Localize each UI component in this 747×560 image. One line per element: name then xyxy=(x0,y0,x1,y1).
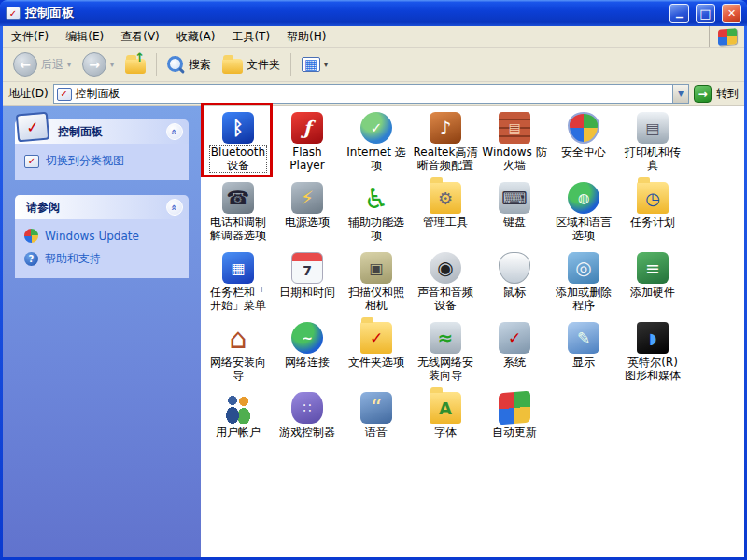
windows-firewall-icon xyxy=(499,112,530,144)
address-dropdown-button[interactable]: ▼ xyxy=(672,85,688,103)
forward-button[interactable]: → ▾ xyxy=(78,50,119,78)
menu-view[interactable]: 查看(V) xyxy=(112,26,168,47)
mouse-icon xyxy=(499,252,530,284)
printers-faxes-icon xyxy=(637,112,669,144)
panel-control-panel: 控制面板 « 切换到分类视图 xyxy=(15,119,189,180)
sounds-audio-icon xyxy=(430,252,461,284)
back-button[interactable]: ← 后退 ▾ xyxy=(8,50,76,78)
folders-button[interactable]: 文件夹 xyxy=(218,50,285,78)
up-folder-icon: ↑ xyxy=(125,59,146,74)
link-label: Windows Update xyxy=(45,230,139,243)
close-button[interactable] xyxy=(722,4,741,23)
control-panel-item[interactable]: 字体 xyxy=(411,390,480,460)
back-dropdown-icon[interactable]: ▾ xyxy=(67,61,71,69)
control-panel-item[interactable]: 网络连接 xyxy=(273,320,342,390)
windows-update-icon xyxy=(24,229,38,243)
toolbar-separator xyxy=(156,53,157,76)
menu-edit[interactable]: 编辑(E) xyxy=(57,26,112,47)
control-panel-item[interactable]: 管理工具 xyxy=(411,180,480,250)
wireless-network-wizard-icon xyxy=(430,322,461,354)
automatic-updates-icon xyxy=(499,391,530,426)
control-panel-item[interactable]: 日期和时间 xyxy=(273,250,342,320)
control-panel-item[interactable]: 电话和调制 解调器选项 xyxy=(204,180,273,250)
menu-favorites[interactable]: 收藏(A) xyxy=(168,26,224,47)
category-view-icon xyxy=(24,155,39,168)
control-panel-item[interactable]: 键盘 xyxy=(480,180,549,250)
folders-label: 文件夹 xyxy=(247,57,280,73)
control-panel-item[interactable]: 辅助功能选 项 xyxy=(342,180,411,250)
control-panel-item[interactable]: Realtek高清 晰音频配置 xyxy=(411,110,480,180)
control-panel-item[interactable]: 电源选项 xyxy=(273,180,342,250)
windows-logo-icon xyxy=(718,28,737,46)
control-panel-item[interactable]: 英特尔(R) 图形和媒体 xyxy=(618,320,687,390)
control-panel-item[interactable]: 系统 xyxy=(480,320,549,390)
title-bar[interactable]: 控制面板 xyxy=(0,0,747,26)
switch-to-category-view-link[interactable]: 切换到分类视图 xyxy=(24,153,183,169)
control-panel-big-icon xyxy=(16,112,49,143)
control-panel-item[interactable]: 用户帐户 xyxy=(204,390,273,460)
control-panel-item[interactable]: 添加硬件 xyxy=(618,250,687,320)
accessibility-options-icon xyxy=(360,182,392,214)
views-button[interactable]: ▾ xyxy=(297,50,332,78)
control-panel-item[interactable]: 任务栏和「 开始」菜单 xyxy=(204,250,273,320)
panel-see-also-header[interactable]: 请参阅 « xyxy=(15,195,189,219)
control-panel-item[interactable]: 游戏控制器 xyxy=(273,390,342,460)
forward-dropdown-icon[interactable]: ▾ xyxy=(110,61,114,69)
address-bar: 地址(D) 控制面板 ▼ 转到 xyxy=(3,82,744,106)
up-button[interactable]: ↑ xyxy=(120,50,150,78)
control-panel-icon xyxy=(57,88,72,101)
control-panel-item[interactable]: 自动更新 xyxy=(480,390,549,460)
speech-icon xyxy=(360,392,392,424)
address-value: 控制面板 xyxy=(76,86,120,102)
link-label: 帮助和支持 xyxy=(45,251,101,267)
menu-tools[interactable]: 工具(T) xyxy=(223,26,278,47)
windows-logo-box xyxy=(709,26,744,47)
control-panel-item[interactable]: 网络安装向 导 xyxy=(204,320,273,390)
collapse-chevron-icon[interactable]: « xyxy=(166,123,183,140)
panel-see-also-body: Windows Update 帮助和支持 xyxy=(15,219,189,278)
window-title: 控制面板 xyxy=(25,5,663,21)
go-label[interactable]: 转到 xyxy=(716,86,739,102)
user-accounts-icon xyxy=(222,392,254,424)
maximize-button[interactable] xyxy=(696,4,715,23)
control-panel-item[interactable]: Windows 防 火墙 xyxy=(480,110,549,180)
add-remove-programs-icon xyxy=(568,252,599,284)
views-dropdown-icon[interactable]: ▾ xyxy=(324,61,328,69)
window-icon xyxy=(6,7,21,20)
help-and-support-link[interactable]: 帮助和支持 xyxy=(24,251,183,267)
control-panel-item[interactable]: 显示 xyxy=(549,320,618,390)
control-panel-item[interactable]: Flash Player xyxy=(273,110,342,180)
menu-help[interactable]: 帮助(H) xyxy=(278,26,334,47)
link-label: 切换到分类视图 xyxy=(46,153,124,169)
window-client-area: 文件(F) 编辑(E) 查看(V) 收藏(A) 工具(T) 帮助(H) ← 后退… xyxy=(3,26,744,557)
control-panel-item[interactable]: 区域和语言 选项 xyxy=(549,180,618,250)
control-panel-item[interactable]: 声音和音频 设备 xyxy=(411,250,480,320)
search-button[interactable]: 搜索 xyxy=(162,50,216,78)
control-panel-item[interactable]: 任务计划 xyxy=(618,180,687,250)
views-icon xyxy=(302,57,320,72)
go-button[interactable] xyxy=(694,85,712,103)
windows-update-link[interactable]: Windows Update xyxy=(24,229,183,243)
control-panel-item[interactable]: 添加或删除 程序 xyxy=(549,250,618,320)
control-panel-item[interactable]: 语音 xyxy=(342,390,411,460)
folder-options-icon xyxy=(360,322,392,354)
address-input[interactable]: 控制面板 ▼ xyxy=(53,84,689,104)
control-panel-item[interactable]: 无线网络安 装向导 xyxy=(411,320,480,390)
menu-file[interactable]: 文件(F) xyxy=(3,26,57,47)
minimize-button[interactable] xyxy=(669,4,689,23)
realtek-audio-icon xyxy=(430,112,461,144)
control-panel-item[interactable]: Bluetooth 设备 xyxy=(204,110,273,180)
control-panel-item[interactable]: 鼠标 xyxy=(480,250,549,320)
intel-graphics-media-icon xyxy=(637,322,669,354)
control-panel-item[interactable]: Internet 选 项 xyxy=(342,110,411,180)
system-icon xyxy=(499,322,530,354)
control-panel-item[interactable]: 打印机和传 真 xyxy=(618,110,687,180)
keyboard-icon xyxy=(499,182,530,214)
collapse-chevron-icon[interactable]: « xyxy=(166,199,183,216)
control-panel-item[interactable]: 安全中心 xyxy=(549,110,618,180)
panel-control-panel-body: 切换到分类视图 xyxy=(15,144,189,180)
panel-title: 请参阅 xyxy=(26,200,60,216)
control-panel-window: 控制面板 文件(F) 编辑(E) 查看(V) 收藏(A) 工具(T) 帮助(H)… xyxy=(0,0,747,560)
control-panel-item[interactable]: 扫描仪和照 相机 xyxy=(342,250,411,320)
control-panel-item[interactable]: 文件夹选项 xyxy=(342,320,411,390)
